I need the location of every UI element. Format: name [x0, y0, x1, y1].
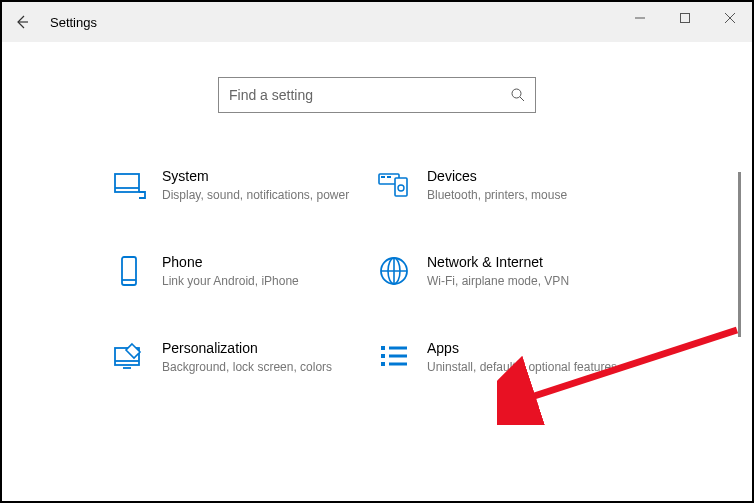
tile-desc: Background, lock screen, colors: [162, 359, 357, 376]
tile-title: System: [162, 168, 357, 184]
settings-grid: System Display, sound, notifications, po…: [92, 168, 662, 375]
tile-desc: Link your Android, iPhone: [162, 273, 357, 290]
tile-phone[interactable]: Phone Link your Android, iPhone: [112, 254, 377, 290]
search-icon: [511, 88, 525, 102]
tile-title: Network & Internet: [427, 254, 622, 270]
svg-point-1: [512, 89, 521, 98]
tile-apps[interactable]: Apps Uninstall, defaults, optional featu…: [377, 340, 642, 376]
apps-icon: [377, 340, 411, 374]
devices-icon: [377, 168, 411, 202]
svg-rect-2: [115, 174, 139, 192]
tile-desc: Bluetooth, printers, mouse: [427, 187, 622, 204]
close-button[interactable]: [707, 2, 752, 34]
tile-system[interactable]: System Display, sound, notifications, po…: [112, 168, 377, 204]
tile-devices[interactable]: Devices Bluetooth, printers, mouse: [377, 168, 642, 204]
tile-title: Apps: [427, 340, 622, 356]
back-arrow-icon: [14, 14, 30, 30]
phone-icon: [112, 254, 146, 288]
tile-desc: Uninstall, defaults, optional features: [427, 359, 622, 376]
tile-personalization[interactable]: Personalization Background, lock screen,…: [112, 340, 377, 376]
back-button[interactable]: [2, 2, 42, 42]
titlebar: Settings: [2, 2, 752, 42]
svg-rect-12: [381, 346, 385, 350]
maximize-button[interactable]: [662, 2, 707, 34]
content-area: System Display, sound, notifications, po…: [2, 42, 752, 501]
tile-title: Personalization: [162, 340, 357, 356]
maximize-icon: [680, 13, 690, 23]
personalization-icon: [112, 340, 146, 374]
tile-title: Phone: [162, 254, 357, 270]
window-controls: [617, 2, 752, 34]
search-input[interactable]: [229, 87, 511, 103]
svg-rect-6: [381, 176, 385, 178]
search-box[interactable]: [218, 77, 536, 113]
system-icon: [112, 168, 146, 202]
tile-title: Devices: [427, 168, 622, 184]
svg-rect-0: [680, 14, 689, 23]
tile-desc: Display, sound, notifications, power: [162, 187, 357, 204]
minimize-button[interactable]: [617, 2, 662, 34]
svg-rect-7: [387, 176, 391, 178]
svg-rect-4: [395, 178, 407, 196]
close-icon: [725, 13, 735, 23]
scrollbar-thumb[interactable]: [738, 172, 741, 337]
minimize-icon: [635, 13, 645, 23]
tile-network[interactable]: Network & Internet Wi-Fi, airplane mode,…: [377, 254, 642, 290]
svg-rect-13: [381, 354, 385, 358]
tile-desc: Wi-Fi, airplane mode, VPN: [427, 273, 622, 290]
svg-rect-14: [381, 362, 385, 366]
network-icon: [377, 254, 411, 288]
window-title: Settings: [50, 15, 97, 30]
